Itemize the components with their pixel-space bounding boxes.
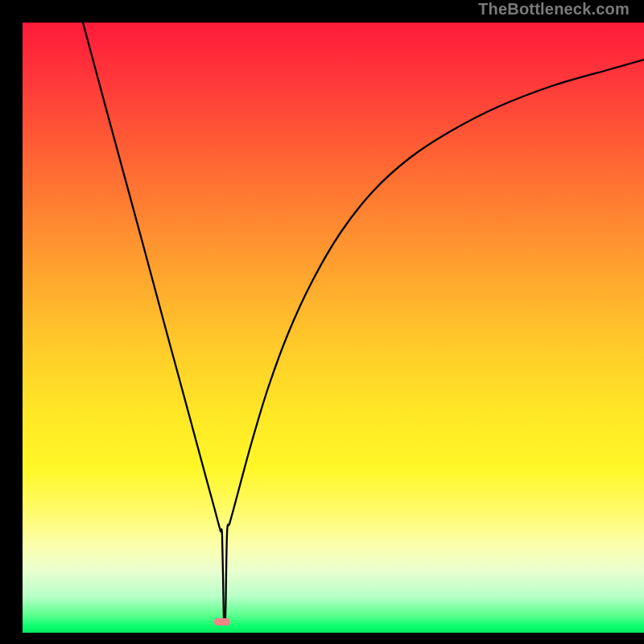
bottleneck-curve bbox=[83, 23, 644, 624]
plot-area bbox=[23, 23, 644, 633]
watermark-text: TheBottleneck.com bbox=[478, 0, 630, 19]
optimal-marker bbox=[214, 618, 230, 625]
curve-svg bbox=[23, 23, 644, 633]
chart-frame bbox=[11, 11, 633, 633]
